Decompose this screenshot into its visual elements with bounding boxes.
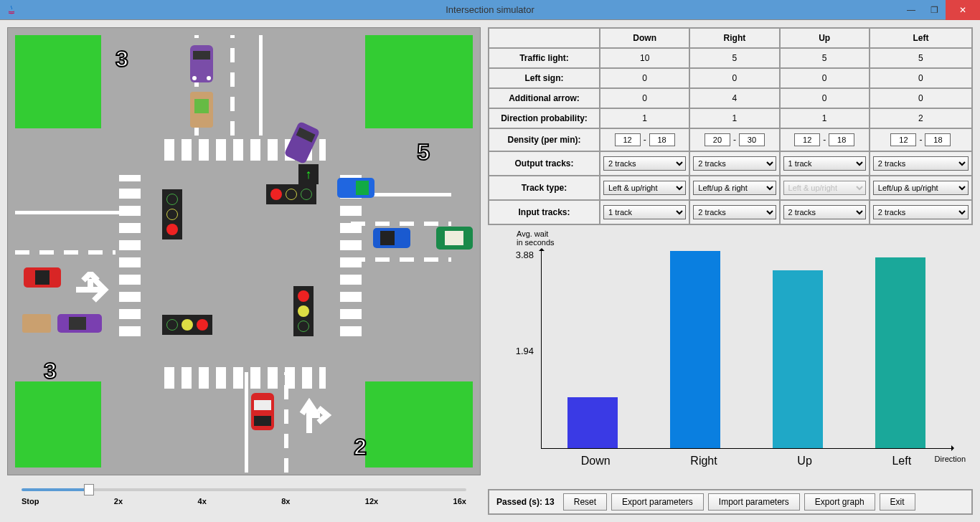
density-min[interactable] — [890, 133, 916, 146]
exit-button[interactable]: Exit — [880, 493, 915, 511]
minimize-button[interactable]: — — [900, 0, 923, 20]
svg-rect-11 — [380, 231, 395, 245]
car-brown — [187, 89, 216, 130]
out-tracks-select[interactable]: 2 tracks — [873, 156, 969, 171]
slider-tick: 2x — [114, 497, 123, 506]
out-tracks-select[interactable]: 1 track — [783, 156, 866, 171]
maximize-button[interactable]: ❐ — [923, 0, 946, 20]
car-blue — [334, 175, 377, 201]
car-red — [248, 390, 277, 433]
simulation-canvas: 3 5 3 2 — [7, 27, 481, 475]
out-tracks-select[interactable]: 2 tracks — [693, 156, 776, 171]
car-purple — [55, 311, 105, 336]
row-label: Traffic light: — [489, 48, 600, 68]
svg-rect-21 — [254, 416, 271, 426]
in-tracks-select[interactable]: 2 tracks — [693, 205, 776, 219]
row-label: Output tracks: — [489, 151, 600, 176]
counter-bottom-right: 2 — [354, 434, 367, 460]
col-header: Left — [870, 28, 972, 48]
car-green — [435, 225, 474, 251]
density-min[interactable] — [794, 133, 820, 146]
cell: 5 — [689, 48, 779, 68]
traffic-light — [162, 189, 182, 239]
track-type-select: Left & up/right — [783, 181, 866, 195]
cell: 1 — [780, 108, 870, 128]
import-params-button[interactable]: Import parameters — [708, 493, 800, 511]
passed-label: Passed (s): 13 — [492, 497, 559, 507]
svg-rect-18 — [22, 314, 51, 333]
counter-top-right: 5 — [417, 139, 430, 166]
cell: 0 — [780, 88, 870, 108]
cell: 4 — [689, 88, 779, 108]
chart-category: Right — [690, 455, 717, 468]
chart-ylabel: Avg. wait in seconds — [517, 229, 555, 247]
chart-xlabel: Direction — [935, 455, 966, 463]
cell: 0 — [870, 88, 972, 108]
row-label: Direction probability: — [489, 108, 600, 128]
slider-tick: 12x — [365, 497, 378, 506]
chart-bar — [670, 251, 720, 448]
traffic-light — [162, 315, 212, 335]
export-params-button[interactable]: Export parameters — [611, 493, 704, 511]
svg-rect-17 — [69, 317, 86, 330]
in-tracks-select[interactable]: 2 tracks — [873, 205, 969, 219]
cell: 0 — [600, 88, 689, 108]
close-button[interactable]: ✕ — [946, 0, 980, 20]
row-label: Track type: — [489, 176, 600, 200]
traffic-light — [266, 184, 316, 204]
chart-bar — [567, 397, 618, 448]
col-header: Right — [689, 28, 779, 48]
car-purple — [187, 42, 216, 85]
row-label: Left sign: — [489, 68, 600, 88]
density-max[interactable] — [925, 133, 951, 146]
cell: 0 — [870, 68, 972, 88]
density-max[interactable] — [739, 133, 765, 146]
turn-arrow-icon — [72, 272, 116, 308]
cell: 0 — [600, 68, 689, 88]
window-title: Intersection simulator — [446, 4, 534, 15]
slider-tick: 4x — [198, 497, 207, 506]
track-type-select[interactable]: Left/up & right — [693, 181, 776, 195]
chart-category: Down — [581, 455, 611, 468]
svg-rect-1 — [193, 51, 210, 60]
slider-tick: 8x — [281, 497, 290, 506]
wait-chart: Avg. wait in seconds 3.88 1.94 DownRight… — [488, 229, 973, 485]
cell: 10 — [600, 48, 689, 68]
turn-arrow-icon — [298, 394, 334, 437]
track-type-select[interactable]: Left/up & up/right — [873, 181, 969, 195]
density-min[interactable] — [705, 133, 730, 146]
titlebar: Intersection simulator — ❐ ✕ — [0, 0, 980, 20]
counter-top-left: 3 — [116, 46, 128, 72]
counter-bottom-left: 3 — [44, 358, 57, 384]
car-blue — [370, 225, 413, 251]
svg-rect-13 — [445, 231, 463, 245]
track-type-select[interactable]: Left & up/right — [603, 181, 686, 195]
chart-bar — [773, 270, 823, 448]
row-label: Density (per min): — [489, 128, 600, 151]
y-tick: 3.88 — [516, 250, 534, 260]
density-max[interactable] — [649, 133, 675, 146]
speed-slider[interactable]: Stop 2x 4x 8x 12x 16x — [7, 483, 481, 506]
chart-category: Left — [892, 455, 911, 468]
cell: 5 — [780, 48, 870, 68]
traffic-light — [293, 286, 314, 336]
slider-tick: 16x — [453, 497, 466, 506]
arrow-light: ↑ — [298, 164, 319, 184]
export-graph-button[interactable]: Export graph — [804, 493, 875, 511]
col-header: Up — [780, 28, 870, 48]
svg-rect-15 — [35, 270, 50, 285]
in-tracks-select[interactable]: 2 tracks — [783, 205, 866, 219]
density-min[interactable] — [615, 133, 641, 146]
svg-rect-9 — [356, 181, 369, 195]
reset-button[interactable]: Reset — [563, 493, 607, 511]
chart-bar — [875, 257, 925, 448]
density-max[interactable] — [829, 133, 854, 146]
svg-point-2 — [192, 76, 197, 80]
out-tracks-select[interactable]: 2 tracks — [603, 156, 686, 171]
slider-tick: Stop — [22, 497, 39, 506]
cell: 1 — [600, 108, 689, 128]
svg-rect-20 — [254, 400, 271, 410]
bottom-bar: Passed (s): 13 Reset Export parameters I… — [488, 489, 973, 515]
cell: 5 — [870, 48, 972, 68]
in-tracks-select[interactable]: 1 track — [603, 205, 686, 219]
